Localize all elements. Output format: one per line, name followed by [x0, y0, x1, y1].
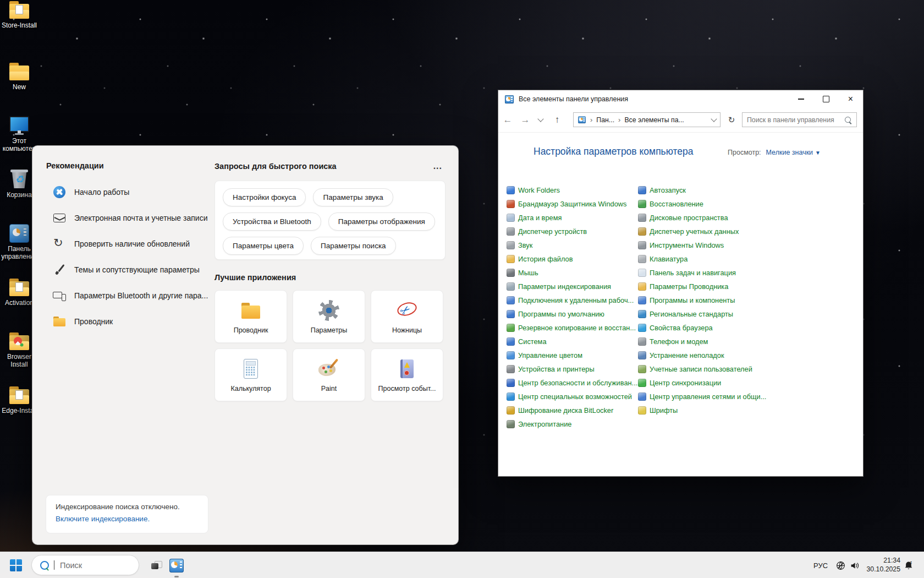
refresh-button[interactable]: ↻ [723, 112, 740, 127]
view-value-dropdown[interactable]: Мелкие значки ▼ [766, 149, 821, 156]
search-placeholder: Поиск в панели управления [747, 116, 834, 124]
enable-indexing-link[interactable]: Включите индексирование. [56, 515, 199, 523]
app-tile[interactable]: Проводник [215, 290, 287, 343]
control-panel-item[interactable]: Программы по умолчанию [507, 307, 638, 321]
control-panel-item[interactable]: Подключения к удаленным рабоч... [507, 293, 638, 307]
app-tile[interactable]: Параметры [293, 290, 365, 343]
control-panel-item[interactable]: Брандмауэр Защитника Windows [507, 197, 638, 211]
control-panel-item[interactable]: Звук [507, 238, 638, 252]
quick-search-chip[interactable]: Параметры отображения [328, 212, 435, 231]
control-panel-item-icon [507, 200, 515, 208]
control-panel-item[interactable]: Центр безопасности и обслуживан... [507, 376, 638, 390]
recent-pages-dropdown[interactable] [535, 108, 547, 132]
clock[interactable]: 21:34 30.10.2025 [866, 552, 900, 578]
quick-search-chip[interactable]: Параметры поиска [311, 237, 396, 255]
desktop-icon[interactable]: Этот компьютер [1, 116, 37, 153]
address-dropdown-icon[interactable] [711, 116, 717, 122]
control-panel-item[interactable]: Клавиатура [638, 252, 769, 266]
app-tile[interactable]: Paint [293, 348, 365, 401]
control-panel-item-icon [507, 324, 515, 332]
control-panel-item[interactable]: Устройства и принтеры [507, 362, 638, 376]
control-panel-item[interactable]: Панель задач и навигация [638, 266, 769, 280]
control-panel-item-icon [638, 241, 646, 249]
minimize-button[interactable] [789, 90, 813, 108]
control-panel-item[interactable]: Резервное копирование и восстан... [507, 321, 638, 335]
top-apps-title: Лучшие приложения [215, 273, 446, 282]
control-panel-item-icon [507, 282, 515, 291]
maximize-button[interactable] [813, 90, 838, 108]
control-panel-item[interactable]: Автозапуск [638, 183, 769, 197]
control-panel-item[interactable]: Система [507, 335, 638, 348]
recommendation-item[interactable]: Проводник [46, 308, 211, 334]
control-panel-item-icon [507, 214, 515, 222]
maximize-icon [823, 96, 829, 102]
recommendation-item[interactable]: Проверить наличие обновлений [46, 231, 211, 257]
recommendation-item[interactable]: Электронная почта и учетные записи [46, 205, 211, 231]
control-panel-item-label: Центр синхронизации [650, 379, 721, 387]
back-button[interactable]: ← [499, 108, 516, 132]
control-panel-items-right: Автозапуск Восстановление Дисковые прост… [638, 183, 769, 417]
control-panel-item-icon [638, 269, 646, 277]
desktop-icon[interactable]: New [1, 62, 37, 91]
control-panel-item[interactable]: Инструменты Windows [638, 238, 769, 252]
control-panel-item[interactable]: Дисковые пространства [638, 211, 769, 225]
control-panel-item[interactable]: Телефон и модем [638, 335, 769, 348]
recommendation-item[interactable]: Начало работы [46, 179, 211, 205]
indexing-notice-message: Индексирование поиска отключено. [56, 503, 199, 511]
quick-search-chip[interactable]: Параметры звука [313, 188, 393, 206]
app-tile[interactable]: Ножницы [371, 290, 443, 343]
task-view-button[interactable] [147, 558, 165, 573]
control-panel-item[interactable]: Учетные записи пользователей [638, 362, 769, 376]
view-label: Просмотр: [728, 149, 761, 156]
app-tile[interactable]: Калькулятор [215, 348, 287, 401]
notification-bell-icon[interactable]: z [904, 560, 914, 572]
taskbar-control-panel-button[interactable] [168, 557, 185, 574]
control-panel-item[interactable]: Региональные стандарты [638, 307, 769, 321]
more-options-button[interactable]: ... [430, 161, 446, 171]
control-panel-search-box[interactable]: Поиск в панели управления [742, 112, 857, 127]
control-panel-item-icon [507, 365, 515, 373]
forward-button[interactable]: → [517, 108, 534, 132]
breadcrumb[interactable]: › Пан... › Все элементы па... [573, 112, 721, 127]
start-button[interactable] [10, 559, 22, 571]
control-panel-item[interactable]: Work Folders [507, 183, 638, 197]
taskbar-search-box[interactable]: Поиск [31, 555, 139, 575]
breadcrumb-separator: › [590, 116, 592, 124]
control-panel-item[interactable]: Устранение неполадок [638, 348, 769, 362]
control-panel-item[interactable]: Диспетчер учетных данных [638, 225, 769, 238]
breadcrumb-current[interactable]: Все элементы па... [624, 116, 684, 124]
breadcrumb-root[interactable]: Пан... [596, 116, 614, 124]
control-panel-item[interactable]: Шифрование диска BitLocker [507, 403, 638, 417]
control-panel-item-label: Автозапуск [650, 186, 686, 194]
control-panel-item[interactable]: Параметры индексирования [507, 280, 638, 293]
recommendation-item[interactable]: Параметры Bluetooth и другие пара... [46, 282, 211, 308]
app-tile[interactable]: Просмотр событ... [371, 348, 443, 401]
control-panel-item[interactable]: Параметры Проводника [638, 280, 769, 293]
quick-search-chip[interactable]: Устройства и Bluetooth [223, 212, 321, 231]
control-panel-item[interactable]: Электропитание [507, 417, 638, 431]
control-panel-item[interactable]: Центр синхронизации [638, 376, 769, 390]
control-panel-item[interactable]: Диспетчер устройств [507, 225, 638, 238]
window-titlebar[interactable]: Все элементы панели управления × [498, 90, 863, 108]
recommendation-item[interactable]: Темы и сопутствующие параметры [46, 257, 211, 282]
control-panel-item[interactable]: Мышь [507, 266, 638, 280]
control-panel-item[interactable]: Дата и время [507, 211, 638, 225]
up-button[interactable]: ↑ [549, 108, 565, 132]
control-panel-item[interactable]: Свойства браузера [638, 321, 769, 335]
language-indicator[interactable]: РУС [813, 552, 828, 578]
network-globe-icon[interactable] [836, 561, 845, 572]
control-panel-item[interactable]: Шрифты [638, 403, 769, 417]
control-panel-item[interactable]: Центр специальных возможностей [507, 390, 638, 403]
quick-search-chip[interactable]: Параметры цвета [223, 237, 304, 255]
volume-icon[interactable] [850, 561, 859, 572]
control-panel-item[interactable]: Управление цветом [507, 348, 638, 362]
close-button[interactable]: × [838, 90, 863, 108]
control-panel-item[interactable]: Центр управления сетями и общи... [638, 390, 769, 403]
desktop-icon[interactable]: Store-Install [1, 0, 37, 30]
control-panel-item[interactable]: Программы и компоненты [638, 293, 769, 307]
control-panel-item[interactable]: История файлов [507, 252, 638, 266]
control-panel-item-label: Диспетчер учетных данных [650, 227, 739, 236]
search-icon[interactable] [845, 117, 851, 123]
control-panel-item[interactable]: Восстановление [638, 197, 769, 211]
quick-search-chip[interactable]: Настройки фокуса [223, 188, 306, 206]
